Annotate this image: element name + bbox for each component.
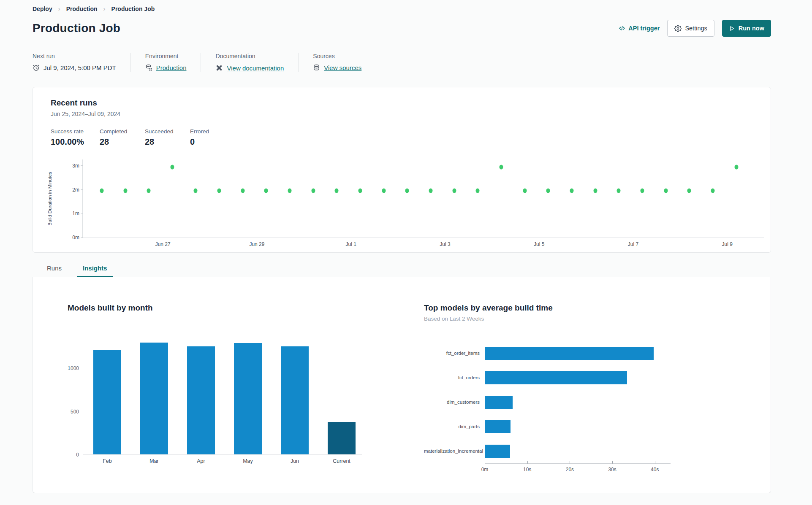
breadcrumb-deploy[interactable]: Deploy xyxy=(33,5,52,12)
run-data-point xyxy=(217,189,221,193)
run-data-point xyxy=(570,189,574,193)
model-build-time-bar xyxy=(485,396,513,409)
play-icon xyxy=(729,25,735,32)
insights-panel: Models built by month 05001000 FebMarApr… xyxy=(33,277,771,493)
settings-label: Settings xyxy=(685,25,707,32)
scatter-y-tick-mark xyxy=(81,189,83,190)
dbt-docs-icon xyxy=(215,64,223,72)
run-data-point xyxy=(382,189,386,193)
scatter-x-tick-label: Jul 5 xyxy=(534,241,544,247)
recent-runs-title: Recent runs xyxy=(51,98,771,108)
top-models-chart-subtitle: Based on Last 2 Weeks xyxy=(424,316,771,322)
run-data-point xyxy=(641,189,644,193)
model-build-time-bar xyxy=(485,445,510,458)
tab-insights[interactable]: Insights xyxy=(77,265,113,277)
view-sources-link[interactable]: View sources xyxy=(324,64,361,71)
run-data-point xyxy=(546,189,550,193)
environment-database-icon xyxy=(145,64,152,71)
stat-success-rate: Success rate 100.00% xyxy=(51,128,100,147)
hbar-x-tick-label: 10s xyxy=(523,467,531,473)
breadcrumb-current-page: Production Job xyxy=(111,5,155,12)
run-data-point xyxy=(405,189,409,193)
model-name-label: fct_order_items xyxy=(424,351,480,356)
models-built-chart: 05001000 FebMarAprMayJunCurrent xyxy=(68,332,396,455)
next-run-value: Jul 9, 2024, 5:00 PM PDT xyxy=(43,64,116,71)
model-build-time-row: fct_orders xyxy=(424,365,771,390)
meta-label: Next run xyxy=(33,53,116,59)
build-duration-chart: Build Duration in Minutes 0m1m2m3mJun 27… xyxy=(33,159,771,238)
vbar-y-axis: 05001000 xyxy=(68,332,83,455)
vbar-y-tick-label: 0 xyxy=(76,452,79,458)
run-data-point xyxy=(358,189,362,193)
page-content: Deploy › Production › Production Job Pro… xyxy=(0,0,812,493)
recent-runs-card: Recent runs Jun 25, 2024–Jul 09, 2024 Su… xyxy=(33,87,771,253)
run-data-point xyxy=(288,189,292,193)
run-data-point xyxy=(335,189,339,193)
hbar-track xyxy=(485,396,668,409)
top-models-section: Top models by average build time Based o… xyxy=(396,303,771,476)
run-now-button[interactable]: Run now xyxy=(722,20,771,37)
vbar-column: Current xyxy=(328,332,356,454)
api-trigger-link[interactable]: API trigger xyxy=(619,25,660,32)
run-data-point xyxy=(147,189,151,193)
stat-completed: Completed 28 xyxy=(100,128,145,147)
settings-button[interactable]: Settings xyxy=(667,20,714,37)
vbar-x-tick-label: Current xyxy=(328,458,356,464)
meta-next-run: Next run Jul 9, 2024, 5:00 PM PDT xyxy=(33,53,130,72)
scatter-y-axis-label: Build Duration in Minutes xyxy=(47,172,52,226)
top-models-chart-title: Top models by average build time xyxy=(424,303,771,313)
tab-runs[interactable]: Runs xyxy=(41,265,67,277)
hbar-track xyxy=(485,347,668,360)
scatter-x-tick-label: Jul 3 xyxy=(440,241,450,247)
breadcrumb-production[interactable]: Production xyxy=(66,5,98,12)
model-build-time-row: dim_customers xyxy=(424,390,771,414)
month-bar xyxy=(281,346,309,454)
meta-label: Sources xyxy=(313,53,361,59)
breadcrumb: Deploy › Production › Production Job xyxy=(33,5,771,12)
api-trigger-label: API trigger xyxy=(628,25,660,32)
hbar-track xyxy=(485,420,668,433)
scatter-x-tick-label: Jul 1 xyxy=(346,241,356,247)
run-data-point xyxy=(476,189,480,193)
meta-environment: Environment Production xyxy=(130,53,201,72)
page-title: Production Job xyxy=(33,22,120,35)
view-documentation-link[interactable]: View documentation xyxy=(227,65,284,72)
run-now-label: Run now xyxy=(739,25,764,32)
code-icon xyxy=(619,25,625,32)
meta-label: Environment xyxy=(145,53,187,59)
meta-documentation: Documentation View documentation xyxy=(201,53,298,72)
vbar-y-tick-label: 1000 xyxy=(68,365,79,371)
run-data-point xyxy=(100,189,103,193)
environment-link[interactable]: Production xyxy=(156,64,187,71)
hbar-x-tick-label: 0m xyxy=(481,467,489,473)
vbar-column: Mar xyxy=(140,332,168,454)
run-data-point xyxy=(429,189,433,193)
page-header: Production Job API trigger Settings Run … xyxy=(33,20,771,37)
vbar-x-tick-label: Mar xyxy=(140,458,168,464)
scatter-plot: 0m1m2m3mJun 27Jun 29Jul 1Jul 3Jul 5Jul 7… xyxy=(82,159,764,238)
model-build-time-row: fct_order_items xyxy=(424,341,771,365)
recent-runs-date-range: Jun 25, 2024–Jul 09, 2024 xyxy=(51,111,771,117)
recent-runs-stats: Success rate 100.00% Completed 28 Succee… xyxy=(33,128,771,147)
top-models-chart: fct_order_itemsfct_ordersdim_customersdi… xyxy=(424,341,771,463)
run-data-point xyxy=(264,189,268,193)
scatter-x-tick-label: Jul 9 xyxy=(722,241,733,247)
model-name-label: dim_parts xyxy=(424,424,480,429)
database-icon xyxy=(313,64,320,71)
chevron-right-icon: › xyxy=(58,5,60,12)
hbar-x-tick-mark xyxy=(527,461,528,464)
month-bar xyxy=(140,343,168,454)
vbar-column: May xyxy=(234,332,262,454)
run-data-point xyxy=(687,189,691,193)
hbar-x-tick-label: 30s xyxy=(608,467,616,473)
hbar-x-tick-label: 20s xyxy=(566,467,574,473)
chevron-right-icon: › xyxy=(103,5,106,12)
run-data-point xyxy=(523,189,527,193)
run-data-point xyxy=(311,189,315,193)
vbar-x-tick-label: Apr xyxy=(187,458,215,464)
scatter-x-tick-label: Jul 7 xyxy=(628,241,638,247)
model-name-label: materialization_incremental xyxy=(424,448,480,454)
model-name-label: dim_customers xyxy=(424,400,480,405)
stat-errored: Errored 0 xyxy=(190,128,209,147)
run-data-point xyxy=(500,165,503,169)
